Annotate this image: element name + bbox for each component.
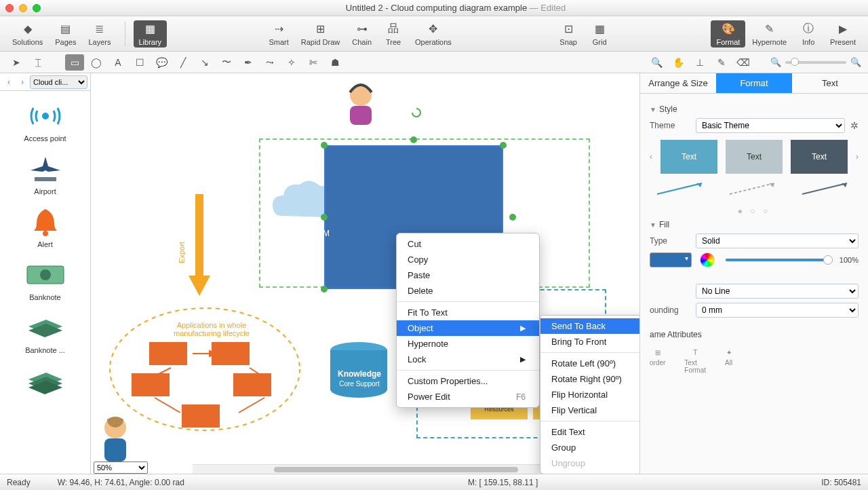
- color-wheel-button[interactable]: [700, 252, 715, 267]
- style-section-header[interactable]: Style: [650, 105, 859, 114]
- pager-dots[interactable]: ● ○ ○: [650, 206, 859, 216]
- menu-fit-to-text[interactable]: Fit To Text: [397, 305, 539, 320]
- menu-power-edit[interactable]: Power EditF6: [397, 389, 539, 404]
- format-panel-button[interactable]: 🎨Format: [711, 20, 745, 48]
- shape-banknote-stack[interactable]: Banknote ...: [0, 307, 90, 360]
- menu-delete[interactable]: Delete: [397, 283, 539, 299]
- theme-swatch-2[interactable]: Text: [726, 140, 783, 174]
- opacity-slider[interactable]: [726, 259, 829, 261]
- theme-next-button[interactable]: ›: [856, 152, 859, 162]
- line-style-select[interactable]: No Line: [696, 284, 859, 299]
- library-forward-button[interactable]: ›: [16, 76, 28, 88]
- arrow-style-2[interactable]: [727, 181, 781, 197]
- menu-edit-text[interactable]: Edit TextF5: [540, 424, 640, 440]
- close-window-button[interactable]: [5, 4, 14, 12]
- callback-tool[interactable]: ☗: [326, 54, 344, 71]
- theme-swatch-3[interactable]: Text: [791, 140, 848, 174]
- curve-tool[interactable]: 〜: [217, 54, 236, 71]
- handle-e[interactable]: [509, 214, 516, 221]
- connector-tool[interactable]: ⤳: [260, 54, 279, 71]
- shape-access-point[interactable]: Access point: [0, 95, 90, 148]
- pointer-tool[interactable]: ➤: [7, 54, 26, 71]
- smart-button[interactable]: ⇢Smart: [263, 20, 294, 48]
- arrow-style-3[interactable]: [800, 181, 854, 197]
- maximize-window-button[interactable]: [33, 4, 41, 12]
- handle-sw[interactable]: [321, 286, 328, 293]
- operations-button[interactable]: ✥Operations: [410, 20, 457, 48]
- library-selector[interactable]: Cloud cli...: [30, 75, 87, 89]
- layers-button[interactable]: ≣Layers: [83, 20, 116, 48]
- arrow-style-1[interactable]: [654, 181, 709, 197]
- menu-send-to-back[interactable]: Send To Back⌥⌘B: [540, 318, 640, 334]
- chain-button[interactable]: ⊶Chain: [347, 20, 377, 48]
- text-tool[interactable]: A: [108, 54, 127, 71]
- theme-settings-icon[interactable]: ✲: [850, 120, 859, 131]
- callout-tool[interactable]: 💬: [152, 54, 171, 71]
- tab-arrange[interactable]: Arrange & Size: [640, 73, 716, 93]
- eyedropper-tool[interactable]: ✎: [712, 54, 731, 71]
- menu-lock[interactable]: Lock▶: [397, 352, 539, 367]
- zoom-in-icon[interactable]: 🔍: [850, 57, 861, 67]
- handle-ne[interactable]: [500, 142, 507, 149]
- menu-flip-horizontal[interactable]: Flip Horizontal: [540, 387, 640, 402]
- theme-swatch-1[interactable]: Text: [660, 140, 717, 174]
- zoom-out-icon[interactable]: 🔍: [770, 57, 781, 67]
- present-button[interactable]: ▶Present: [825, 20, 861, 48]
- fill-type-select[interactable]: Solid: [696, 233, 859, 248]
- menu-hypernote[interactable]: Hypernote: [397, 336, 539, 352]
- shape-alert[interactable]: Alert: [0, 201, 90, 254]
- shape-banknote-pile[interactable]: [0, 360, 90, 402]
- menu-rotate-right[interactable]: Rotate Right (90º)⌘R: [540, 371, 640, 387]
- hypernote-button[interactable]: ✎Hypernote: [747, 20, 792, 48]
- hand-tool[interactable]: ✋: [669, 54, 688, 71]
- solutions-button[interactable]: ◆Solutions: [7, 20, 48, 48]
- zoom-tool[interactable]: 🔍: [647, 54, 666, 71]
- pen-tool[interactable]: ✒: [239, 54, 258, 71]
- ellipse-tool[interactable]: ◯: [87, 54, 106, 71]
- attr-text-format-button[interactable]: TText Format: [684, 349, 706, 374]
- zoom-slider[interactable]: 🔍 🔍: [770, 57, 861, 67]
- attr-order-button[interactable]: ⊞order: [650, 349, 665, 374]
- fill-section-header[interactable]: Fill: [650, 220, 859, 229]
- scissors-tool[interactable]: ✄: [304, 54, 323, 71]
- tab-text[interactable]: Text: [792, 73, 868, 93]
- stamp-tool[interactable]: ⊥: [690, 54, 709, 71]
- arrow-tool[interactable]: ↘: [195, 54, 214, 71]
- rapid-draw-button[interactable]: ⊞Rapid Draw: [296, 20, 345, 48]
- rounding-select[interactable]: 0 mm: [696, 303, 859, 318]
- menu-bring-to-front[interactable]: Bring To Front⌥⌘F: [540, 334, 640, 350]
- minimize-window-button[interactable]: [19, 4, 27, 12]
- menu-rotate-left[interactable]: Rotate Left (90º)⌘L: [540, 356, 640, 371]
- shape-airport[interactable]: Airport: [0, 148, 90, 201]
- bezier-tool[interactable]: ✧: [282, 54, 301, 71]
- canvas[interactable]: Export M Applications in whole manufactu…: [91, 73, 640, 474]
- theme-select[interactable]: Basic Theme: [696, 118, 845, 133]
- grid-button[interactable]: ▦Grid: [585, 20, 614, 48]
- menu-object[interactable]: Object▶: [397, 320, 539, 336]
- menu-copy[interactable]: Copy: [397, 252, 539, 267]
- textbox-tool[interactable]: ☐: [130, 54, 149, 71]
- snap-button[interactable]: ⊡Snap: [553, 20, 583, 48]
- menu-custom-properties[interactable]: Custom Properties...: [397, 373, 539, 389]
- menu-group[interactable]: Group⌘G: [540, 440, 640, 455]
- handle-w[interactable]: [321, 214, 328, 221]
- menu-paste[interactable]: Paste: [397, 267, 539, 283]
- menu-flip-vertical[interactable]: Flip Vertical⌥⌘J: [540, 402, 640, 418]
- rectangle-tool[interactable]: ▭: [65, 54, 84, 71]
- shape-banknote[interactable]: Banknote: [0, 254, 90, 307]
- handle-nw[interactable]: [321, 142, 328, 149]
- info-button[interactable]: ⓘInfo: [793, 20, 823, 48]
- pages-button[interactable]: ▤Pages: [50, 20, 81, 48]
- handle-n[interactable]: [410, 136, 417, 143]
- eraser-tool[interactable]: ⌫: [734, 54, 753, 71]
- tree-button[interactable]: 品Tree: [378, 20, 408, 48]
- canvas-zoom-select[interactable]: 50%: [94, 461, 189, 474]
- menu-cut[interactable]: Cut: [397, 236, 539, 252]
- tab-format[interactable]: Format: [716, 73, 792, 93]
- theme-prev-button[interactable]: ‹: [650, 152, 652, 162]
- fill-color-swatch[interactable]: [650, 252, 692, 267]
- library-button[interactable]: ▦Library: [134, 20, 167, 48]
- line-tool[interactable]: ╱: [174, 54, 193, 71]
- attr-all-button[interactable]: ✦All: [725, 349, 732, 374]
- library-back-button[interactable]: ‹: [3, 76, 15, 88]
